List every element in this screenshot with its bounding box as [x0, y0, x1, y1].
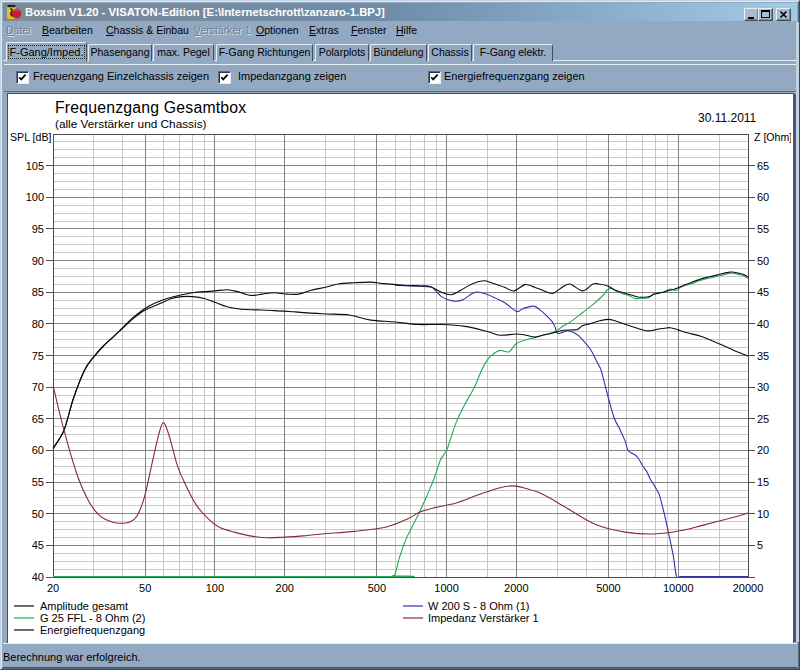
svg-text:55: 55	[757, 223, 769, 235]
svg-text:Amplitude gesamt: Amplitude gesamt	[40, 600, 128, 612]
svg-text:2000: 2000	[504, 582, 528, 594]
svg-text:70: 70	[32, 381, 44, 393]
svg-text:Frequenzgang Gesamtbox: Frequenzgang Gesamtbox	[55, 99, 246, 116]
svg-text:(alle Verstärker und Chassis): (alle Verstärker und Chassis)	[55, 117, 207, 131]
svg-text:75: 75	[32, 350, 44, 362]
svg-text:5000: 5000	[596, 582, 620, 594]
svg-text:65: 65	[757, 160, 769, 172]
svg-text:200: 200	[276, 582, 294, 594]
svg-text:95: 95	[32, 223, 44, 235]
svg-text:50: 50	[139, 582, 151, 594]
svg-text:30.11.2011: 30.11.2011	[698, 111, 757, 125]
svg-text:20: 20	[47, 582, 59, 594]
svg-text:50: 50	[32, 508, 44, 520]
svg-text:25: 25	[757, 413, 769, 425]
svg-text:20: 20	[757, 444, 769, 456]
svg-text:W 200 S - 8 Ohm (1): W 200 S - 8 Ohm (1)	[428, 600, 529, 612]
svg-text:Z [Ohm]: Z [Ohm]	[754, 131, 791, 143]
svg-text:Energiefrequenzgang: Energiefrequenzgang	[40, 624, 145, 636]
svg-text:45: 45	[757, 286, 769, 298]
svg-text:35: 35	[757, 350, 769, 362]
svg-text:90: 90	[32, 255, 44, 267]
svg-text:45: 45	[32, 539, 44, 551]
svg-text:60: 60	[32, 444, 44, 456]
svg-text:60: 60	[757, 191, 769, 203]
svg-text:40: 40	[32, 571, 44, 583]
svg-text:85: 85	[32, 286, 44, 298]
svg-text:Impedanz Verstärker 1: Impedanz Verstärker 1	[428, 612, 539, 624]
svg-text:55: 55	[32, 476, 44, 488]
svg-text:15: 15	[757, 476, 769, 488]
svg-text:50: 50	[757, 255, 769, 267]
svg-text:105: 105	[26, 160, 44, 172]
svg-text:10000: 10000	[663, 582, 694, 594]
svg-text:10: 10	[757, 508, 769, 520]
svg-text:G 25 FFL - 8 Ohm (2): G 25 FFL - 8 Ohm (2)	[40, 612, 145, 624]
svg-text:20000: 20000	[733, 582, 764, 594]
svg-text:SPL [dB]: SPL [dB]	[10, 131, 51, 143]
svg-text:65: 65	[32, 413, 44, 425]
svg-text:40: 40	[757, 318, 769, 330]
svg-text:80: 80	[32, 318, 44, 330]
svg-text:500: 500	[368, 582, 386, 594]
svg-text:1000: 1000	[434, 582, 458, 594]
svg-text:100: 100	[26, 191, 44, 203]
svg-text:5: 5	[757, 539, 763, 551]
svg-text:30: 30	[757, 381, 769, 393]
svg-text:100: 100	[206, 582, 224, 594]
